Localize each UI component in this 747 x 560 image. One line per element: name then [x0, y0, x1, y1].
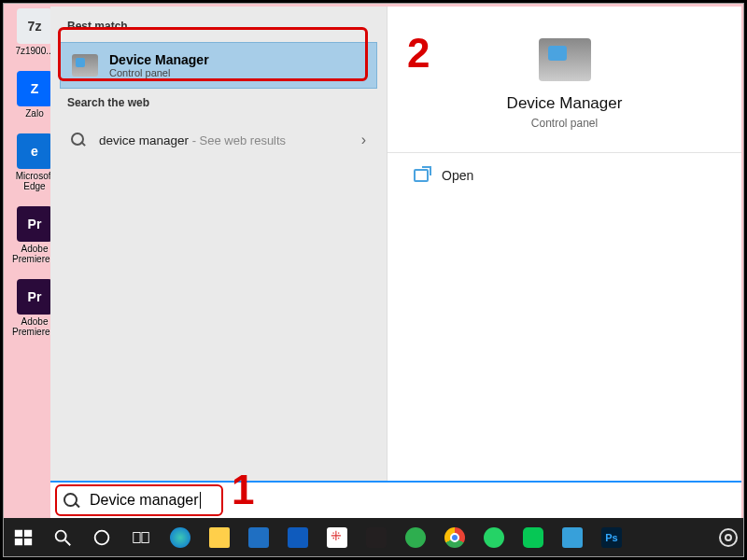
svg-point-4 [56, 530, 66, 540]
detail-subtitle: Control panel [388, 117, 741, 130]
office-icon [366, 527, 387, 548]
taskbar-app-store[interactable] [239, 518, 278, 556]
store-icon [248, 527, 269, 548]
svg-rect-7 [134, 532, 140, 542]
device-manager-icon [72, 54, 98, 77]
best-match-result[interactable]: Device Manager Control panel [60, 42, 377, 89]
taskbar-app-chrome[interactable] [435, 518, 474, 556]
task-view-button[interactable] [121, 518, 161, 556]
search-web-header: Search the web [50, 92, 387, 115]
taskbar-app-photoshop[interactable]: Ps [592, 518, 631, 556]
web-search-row[interactable]: device manager - See web results › [60, 122, 377, 158]
result-subtitle: Control panel [109, 67, 209, 78]
green-app-icon [405, 527, 426, 548]
svg-point-6 [95, 530, 109, 544]
best-match-header: Best match [50, 16, 387, 38]
taskbar: ⁜ Ps [4, 518, 743, 556]
system-tray [719, 528, 743, 547]
search-results-column: Best match Device Manager Control panel … [50, 7, 387, 525]
start-search-panel: Best match Device Manager Control panel … [50, 7, 741, 525]
svg-rect-2 [15, 538, 22, 544]
result-detail-pane: Device Manager Control panel Open [387, 7, 741, 525]
web-query: device manager [99, 133, 189, 147]
edge-icon [170, 527, 190, 548]
taskbar-app-explorer[interactable] [200, 518, 239, 556]
chevron-right-icon: › [361, 132, 366, 148]
search-icon [52, 527, 73, 548]
search-input-text: Device manager [90, 492, 199, 509]
taskbar-app-office[interactable] [357, 518, 396, 556]
result-title: Device Manager [109, 52, 209, 67]
taskbar-app-photos[interactable] [553, 518, 592, 556]
gift-icon: ⁜ [327, 527, 347, 548]
line-icon [523, 527, 543, 548]
open-action[interactable]: Open [388, 153, 741, 198]
taskbar-app-green[interactable] [396, 518, 435, 556]
taskbar-search-button[interactable] [43, 518, 82, 556]
windows-icon [13, 527, 34, 548]
taskbar-app-gift[interactable]: ⁜ [317, 518, 357, 556]
svg-rect-0 [15, 529, 22, 536]
taskbar-app-whatsapp[interactable] [474, 518, 514, 556]
text-caret [200, 492, 201, 509]
svg-rect-3 [24, 538, 32, 544]
whatsapp-icon [484, 527, 504, 548]
chrome-icon [444, 527, 465, 548]
web-hint: - See web results [189, 133, 286, 147]
device-manager-icon [539, 38, 591, 81]
settings-icon[interactable] [719, 528, 738, 547]
open-icon [414, 169, 429, 182]
desktop: 7z7z1900... ZZalo eMicrosoft Edge PrAdob… [3, 3, 744, 557]
search-icon [71, 133, 86, 147]
photoshop-icon: Ps [601, 527, 622, 548]
search-icon [63, 493, 78, 508]
svg-rect-8 [142, 532, 148, 542]
task-view-icon [131, 527, 151, 548]
mail-icon [288, 527, 308, 548]
open-label: Open [442, 168, 473, 183]
cortana-icon [92, 527, 112, 548]
cortana-button[interactable] [82, 518, 121, 556]
photos-icon [562, 527, 583, 548]
taskbar-app-mail[interactable] [278, 518, 317, 556]
taskbar-app-line[interactable] [514, 518, 553, 556]
svg-line-5 [65, 539, 71, 545]
svg-rect-1 [24, 529, 32, 536]
search-input-bar[interactable]: Device manager [50, 481, 741, 518]
taskbar-app-edge[interactable] [161, 518, 200, 556]
start-button[interactable] [4, 518, 43, 556]
folder-icon [209, 527, 230, 548]
detail-title: Device Manager [388, 94, 741, 113]
